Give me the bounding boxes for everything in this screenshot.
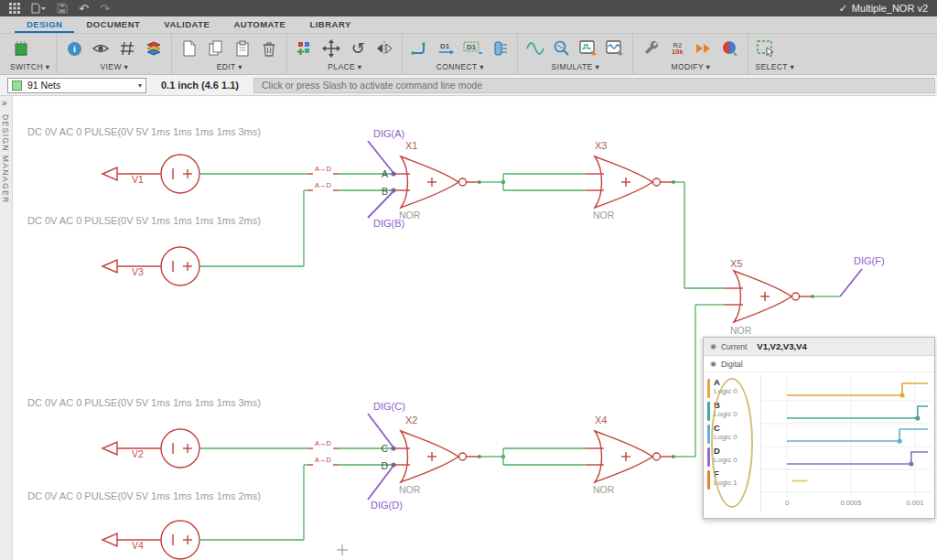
ref-label-x3[interactable]: X3	[595, 140, 607, 151]
toolbar-label-modify[interactable]: MODIFY ▾	[640, 62, 741, 73]
net-label-dig-c: DIG(C)	[373, 401, 405, 412]
signal-row-f[interactable]: FLogic 1	[707, 469, 760, 491]
net-label-frame-icon[interactable]: D1	[462, 37, 484, 60]
tab-document[interactable]: DOCUMENT	[74, 16, 152, 33]
ref-label-x1[interactable]: X1	[405, 140, 417, 151]
design-manager-strip[interactable]: » DESIGN MANAGER	[0, 96, 13, 560]
signal-wave-icon[interactable]	[524, 37, 546, 60]
probe-wave-icon[interactable]	[551, 37, 573, 60]
toolbar-label-connect[interactable]: CONNECT ▾	[409, 62, 511, 73]
nor-gate-x1[interactable]	[392, 156, 479, 208]
toolbar-label-place[interactable]: PLACE ▾	[294, 62, 395, 73]
info-icon[interactable]: i	[63, 37, 85, 60]
signal-row-b[interactable]: BLogic 0	[707, 401, 760, 423]
toolbar-group-switch: SWITCH ▾	[4, 34, 57, 74]
save-icon[interactable]	[57, 3, 68, 14]
ref-label-v4[interactable]: V4	[132, 540, 144, 551]
toolbar-label-select[interactable]: SELECT ▾	[755, 62, 794, 73]
tab-automate[interactable]: AUTOMATE	[221, 16, 297, 33]
pulse-annotation-v4[interactable]: DC 0V AC 0 PULSE(0V 5V 1ms 1ms 1ms 1ms 2…	[27, 490, 261, 501]
expand-panel-icon[interactable]: »	[2, 98, 7, 108]
grid-icon[interactable]	[116, 37, 138, 60]
mirror-icon[interactable]	[373, 37, 395, 60]
signal-row-d[interactable]: DLogic 0	[707, 447, 760, 468]
toolbar-label-simulate[interactable]: SIMULATE ▾	[524, 62, 626, 73]
color-wheel-icon[interactable]	[719, 37, 741, 60]
layers-icon[interactable]	[143, 37, 165, 60]
net-wire-icon[interactable]	[409, 37, 431, 60]
signal-color-bar	[707, 402, 710, 421]
voltage-source-v1[interactable]	[102, 155, 199, 193]
signal-color-bar	[707, 447, 710, 467]
waveform-section-row[interactable]: ◉ Digital	[704, 356, 934, 372]
value-icon[interactable]: R210k	[666, 37, 688, 60]
ref-label-v1[interactable]: V1	[132, 174, 144, 185]
nor-gate-x3[interactable]	[586, 156, 673, 208]
adc-converters[interactable]: A→D A→D A→D A→D	[307, 165, 339, 465]
eye-icon[interactable]	[90, 37, 112, 60]
ref-label-x2[interactable]: X2	[405, 415, 417, 425]
command-bar: 91 Nets ▾ 0.1 inch (4.6 1.1) Click or pr…	[0, 75, 937, 96]
toolbar-label-view[interactable]: VIEW ▾	[63, 62, 165, 73]
pulse-annotation-v2[interactable]: DC 0V AC 0 PULSE(0V 5V 1ms 1ms 1ms 1ms 3…	[27, 397, 261, 408]
tab-validate[interactable]: VALIDATE	[152, 16, 221, 33]
pin-label-a: A	[382, 168, 388, 179]
nor-gate-x4[interactable]	[586, 431, 673, 482]
x-tick-2: 0.001	[907, 499, 924, 507]
adc-label: A→D	[315, 181, 332, 189]
waveform-panel[interactable]: ◉ Current V1,V2,V3,V4 ◉ Digital ALogic 0…	[703, 337, 935, 519]
tab-library[interactable]: LIBRARY	[297, 16, 362, 33]
voltage-source-v2[interactable]	[102, 429, 199, 468]
new-document-icon[interactable]	[178, 37, 200, 60]
file-menu-icon[interactable]	[31, 3, 46, 14]
place-component-icon[interactable]	[294, 37, 316, 60]
nor-gate-x2[interactable]	[392, 431, 479, 482]
command-line-input[interactable]: Click or press Slash to activate command…	[253, 78, 935, 93]
nets-dropdown[interactable]: 91 Nets ▾	[7, 78, 146, 93]
select-box-icon[interactable]	[755, 37, 777, 60]
scope-edit-icon[interactable]	[604, 37, 626, 60]
ref-label-v2[interactable]: V2	[132, 448, 144, 459]
switch-chip-icon[interactable]	[10, 37, 32, 60]
ref-label-v3[interactable]: V3	[132, 266, 144, 277]
app-grid-icon[interactable]	[9, 3, 20, 14]
scope-icon[interactable]	[577, 37, 599, 60]
pin-label-d: D	[381, 460, 388, 471]
type-label-x2: NOR	[399, 484, 421, 495]
toolbar-label-switch[interactable]: SWITCH ▾	[10, 62, 49, 73]
pin-label-b: B	[382, 186, 388, 197]
delete-icon[interactable]	[258, 37, 280, 60]
waveform-plot[interactable]: 0 0.0005 0.001	[760, 374, 934, 513]
net-label-icon[interactable]: D1	[436, 37, 458, 60]
tab-design[interactable]: DESIGN	[15, 16, 74, 33]
bus-icon[interactable]	[489, 37, 511, 60]
waveform-panel-header[interactable]: ◉ Current V1,V2,V3,V4	[704, 338, 934, 356]
schematic-canvas[interactable]: » DESIGN MANAGER	[0, 96, 937, 560]
paste-icon[interactable]	[232, 37, 253, 60]
swap-arrows-icon[interactable]	[693, 37, 715, 60]
toolbar-label-edit[interactable]: EDIT ▾	[178, 62, 280, 73]
pulse-annotation-v3[interactable]: DC 0V AC 0 PULSE(0V 5V 1ms 1ms 1ms 1ms 2…	[27, 215, 261, 226]
main-toolbar: SWITCH ▾ i VIEW ▾	[0, 34, 937, 75]
toolbar-group-edit: EDIT ▾	[172, 34, 287, 74]
net-label-dig-a: DIG(A)	[373, 128, 404, 139]
toolbar-group-simulate: SIMULATE ▾	[518, 34, 633, 74]
voltage-source-v3[interactable]	[102, 247, 199, 285]
rotate-icon[interactable]: ↺	[347, 37, 369, 60]
signal-row-c[interactable]: CLogic 0	[707, 424, 760, 446]
voltage-source-v4[interactable]	[102, 521, 199, 559]
redo-icon[interactable]: ↷	[100, 3, 110, 15]
copy-icon[interactable]	[205, 37, 227, 60]
cursor-crosshair	[337, 544, 348, 555]
nor-gate-x5[interactable]	[725, 271, 813, 322]
waveform-mode-label: Current	[721, 342, 747, 351]
ref-label-x5[interactable]: X5	[730, 258, 742, 269]
pulse-annotation-v1[interactable]: DC 0V AC 0 PULSE(0V 5V 1ms 1ms 1ms 1ms 3…	[27, 126, 261, 137]
undo-icon[interactable]: ↶	[79, 3, 89, 15]
chevron-down-icon: ▾	[138, 81, 142, 90]
signal-row-a[interactable]: ALogic 0	[707, 378, 760, 400]
ref-label-x4[interactable]: X4	[595, 415, 607, 425]
wrench-icon[interactable]	[640, 37, 662, 60]
move-icon[interactable]	[320, 37, 342, 60]
adc-label: A→D	[315, 456, 332, 464]
